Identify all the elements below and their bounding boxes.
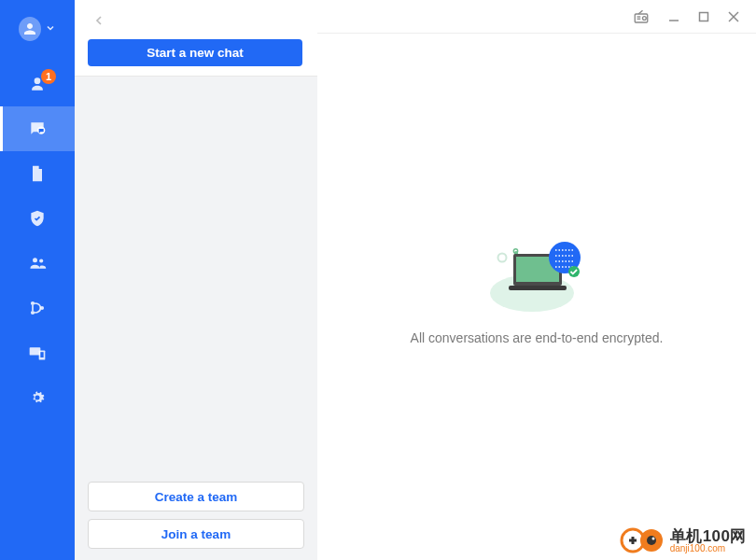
nav-rail: 1 (0, 0, 75, 560)
back-button[interactable] (88, 9, 110, 32)
nav-devices[interactable] (0, 330, 75, 375)
svg-rect-16 (700, 12, 708, 21)
svg-point-3 (39, 259, 43, 262)
main-panel: All conversations are end-to-end encrypt… (317, 0, 756, 560)
nav-git[interactable] (0, 286, 75, 330)
radio-icon[interactable] (633, 8, 650, 25)
window-maximize-button[interactable] (698, 11, 709, 22)
svg-point-2 (33, 258, 37, 262)
nav-chat[interactable] (0, 106, 75, 151)
svg-point-36 (647, 536, 656, 545)
watermark-logo-icon (620, 526, 665, 554)
nav-security[interactable] (0, 196, 75, 241)
empty-state: All conversations are end-to-end encrypt… (317, 34, 756, 560)
svg-point-5 (31, 311, 35, 315)
team-actions: Create a team Join a team (75, 474, 317, 560)
nav-people[interactable]: 1 (0, 62, 75, 106)
watermark-line1: 单机100网 (670, 528, 747, 544)
svg-rect-7 (30, 347, 41, 355)
encryption-illustration-icon (481, 230, 593, 314)
svg-rect-25 (509, 286, 567, 290)
chevron-down-icon (45, 21, 56, 37)
svg-point-12 (643, 16, 647, 20)
join-team-button[interactable]: Join a team (88, 519, 304, 549)
conversation-list-body (75, 77, 317, 474)
start-new-chat-button[interactable]: Start a new chat (88, 39, 302, 66)
watermark-text: 单机100网 danji100.com (670, 528, 747, 553)
titlebar-drag-area[interactable] (317, 0, 614, 33)
svg-point-37 (651, 538, 654, 540)
notification-badge: 1 (41, 69, 56, 84)
create-team-button[interactable]: Create a team (88, 482, 304, 511)
svg-point-4 (31, 301, 35, 305)
window-minimize-button[interactable] (668, 11, 679, 22)
nav-settings[interactable] (0, 375, 75, 420)
watermark: 单机100网 danji100.com (620, 526, 747, 554)
conversation-list-header: Start a new chat (75, 0, 317, 77)
window-close-button[interactable] (728, 11, 739, 22)
watermark-line2: danji100.com (670, 544, 747, 553)
avatar-menu[interactable] (19, 17, 56, 41)
svg-point-20 (498, 254, 507, 262)
svg-rect-9 (40, 352, 43, 357)
svg-point-0 (35, 77, 41, 84)
nav-files[interactable] (0, 151, 75, 196)
titlebar (317, 0, 756, 34)
empty-state-text: All conversations are end-to-end encrypt… (411, 330, 664, 345)
svg-point-22 (513, 249, 517, 253)
avatar-icon (19, 17, 41, 41)
conversation-list-panel: Start a new chat Create a team Join a te… (75, 0, 317, 560)
nav-teams[interactable] (0, 241, 75, 286)
